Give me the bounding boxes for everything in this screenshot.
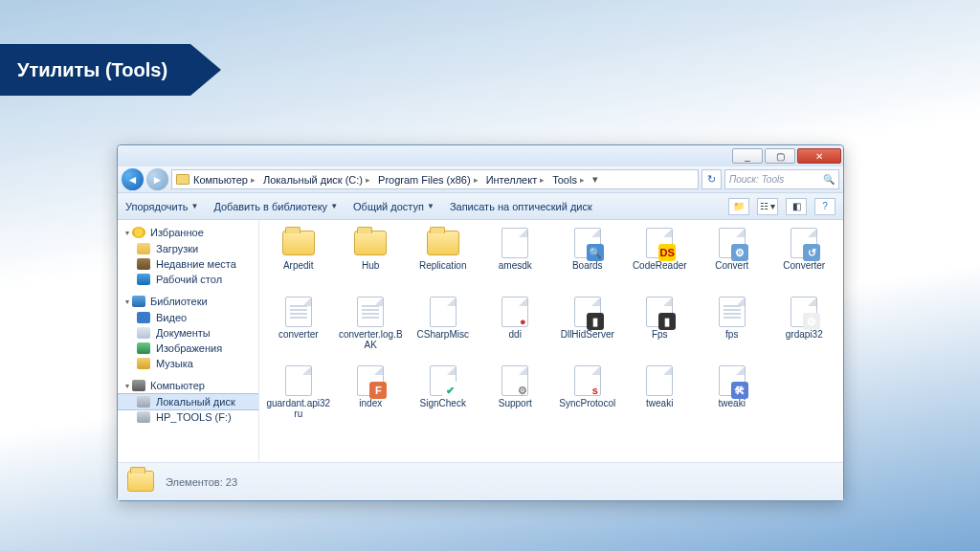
file-icon: ▮ (642, 297, 677, 327)
file-item-label: converter.log.BAK (338, 329, 403, 350)
libraries-icon (132, 296, 145, 307)
close-button[interactable]: ✕ (797, 148, 841, 164)
file-item[interactable]: ▮DllHidServer (552, 295, 623, 360)
explorer-window: _ ▢ ✕ ◄ ► Компьютер▸ Локальный диск (C:)… (117, 144, 844, 501)
folder-icon (176, 174, 189, 185)
toolbar: Упорядочить▼ Добавить в библиотеку▼ Общи… (118, 193, 843, 220)
file-item-label: converter (278, 329, 319, 340)
preview-pane-button[interactable]: ◧ (786, 198, 807, 215)
sidebar-group-favorites[interactable]: Избранное (118, 224, 258, 241)
file-icon: F (353, 365, 388, 396)
file-item-label: DllHidServer (561, 329, 614, 340)
sidebar-item-pictures[interactable]: Изображения (118, 341, 258, 356)
minimize-button[interactable]: _ (732, 148, 763, 164)
file-item[interactable]: ↺Converter (769, 226, 840, 291)
file-item[interactable]: ▮Fps (625, 295, 696, 360)
file-item[interactable]: ⚙grdapi32 (769, 295, 840, 360)
breadcrumb-segment[interactable]: Интеллект▸ (482, 174, 549, 186)
view-options-button[interactable]: ☷ ▾ (757, 198, 778, 215)
file-item-label: Support (499, 398, 532, 408)
slide-title: Утилиты (Tools) (0, 44, 190, 96)
file-item[interactable]: Arpedit (263, 226, 334, 291)
search-input[interactable]: Поиск: Tools 🔍 (724, 169, 839, 189)
window-body: Избранное Загрузки Недавние места Рабочи… (118, 220, 843, 462)
file-item-label: Replication (419, 260, 466, 271)
toolbar-add-library[interactable]: Добавить в библиотеку▼ (213, 201, 338, 212)
file-icon: s (570, 365, 605, 396)
file-icon (281, 297, 316, 327)
file-item[interactable]: Replication (408, 226, 479, 291)
sidebar-group-computer[interactable]: Компьютер (118, 377, 258, 394)
sidebar-item-hp-tools[interactable]: HP_TOOLS (F:) (118, 409, 258, 425)
file-item[interactable]: Hub (336, 226, 407, 291)
banner-arrow (190, 44, 221, 96)
file-item[interactable]: Findex (336, 364, 407, 429)
file-item-label: Fps (652, 329, 668, 340)
file-item[interactable]: tweaki (625, 364, 696, 429)
file-item[interactable]: ⚙Convert (697, 226, 768, 291)
file-item[interactable]: converter.log.BAK (336, 295, 407, 360)
sidebar-item-documents[interactable]: Документы (118, 325, 258, 341)
file-icon: DS (642, 228, 677, 258)
file-icon: ↺ (787, 228, 821, 258)
toolbar-organize[interactable]: Упорядочить▼ (125, 201, 198, 212)
breadcrumb-dropdown[interactable]: ▾ (589, 173, 602, 186)
file-item-label: SignCheck (420, 398, 466, 408)
breadcrumb-segment[interactable]: Program Files (x86)▸ (374, 174, 482, 186)
video-icon (137, 312, 150, 323)
file-icon: ⚙ (787, 297, 821, 327)
help-button[interactable]: ? (814, 198, 835, 215)
file-item[interactable]: ●ddi (480, 295, 551, 360)
file-item-label: Convert (715, 260, 748, 271)
file-icon: 🛠 (715, 365, 749, 396)
file-item-label: ddi (509, 329, 522, 340)
sidebar-item-recent[interactable]: Недавние места (118, 256, 258, 272)
titlebar: _ ▢ ✕ (118, 145, 843, 166)
file-item[interactable]: sSyncProtocol (552, 364, 623, 429)
file-icon (642, 365, 677, 396)
file-item-label: Boards (572, 260, 603, 271)
file-icon (426, 297, 460, 327)
file-item[interactable]: converter (263, 295, 334, 360)
file-item[interactable]: guardant.api32ru (263, 364, 334, 429)
file-item[interactable]: ⚙Support (480, 364, 551, 429)
file-item[interactable]: amesdk (480, 226, 551, 291)
maximize-button[interactable]: ▢ (765, 148, 795, 164)
file-icon: 🔍 (570, 228, 605, 258)
file-item-label: amesdk (499, 260, 532, 271)
file-item[interactable]: 🛠tweaki (697, 364, 768, 429)
toolbar-share[interactable]: Общий доступ▼ (353, 201, 434, 212)
refresh-button[interactable]: ↻ (702, 169, 722, 189)
file-item-label: Arpedit (283, 260, 314, 271)
sidebar-item-music[interactable]: Музыка (118, 356, 258, 371)
disk-icon (137, 396, 150, 408)
file-item[interactable]: DSCodeReader (625, 226, 696, 291)
file-item-label: guardant.api32ru (266, 398, 331, 419)
sidebar-item-local-disk[interactable]: Локальный диск (118, 394, 258, 409)
file-item-label: tweaki (719, 398, 746, 408)
file-icon: ● (498, 297, 532, 327)
breadcrumb-segment[interactable]: Tools▸ (548, 174, 589, 186)
file-item[interactable]: ✔SignCheck (408, 364, 479, 429)
status-text: Элементов: 23 (166, 476, 237, 488)
file-item[interactable]: CSharpMisc (408, 295, 479, 360)
file-list[interactable]: ArpeditHubReplicationamesdk🔍BoardsDSCode… (259, 220, 843, 462)
breadcrumb[interactable]: Компьютер▸ Локальный диск (C:)▸ Program … (171, 169, 699, 189)
file-item[interactable]: 🔍Boards (552, 226, 623, 291)
new-folder-button[interactable]: 📁 (728, 198, 749, 215)
file-icon (353, 297, 388, 327)
toolbar-burn[interactable]: Записать на оптический диск (450, 201, 592, 212)
sidebar-item-desktop[interactable]: Рабочий стол (118, 272, 258, 287)
breadcrumb-segment[interactable]: Компьютер▸ (189, 174, 259, 186)
sidebar-item-downloads[interactable]: Загрузки (118, 241, 258, 256)
sidebar-item-videos[interactable]: Видео (118, 310, 258, 325)
desktop-icon (137, 274, 150, 285)
nav-back-button[interactable]: ◄ (122, 168, 144, 190)
file-item[interactable]: fps (697, 295, 768, 360)
breadcrumb-segment[interactable]: Локальный диск (C:)▸ (259, 174, 374, 186)
sidebar-group-libraries[interactable]: Библиотеки (118, 293, 258, 310)
file-icon (281, 365, 316, 396)
file-item-label: grdapi32 (786, 329, 823, 340)
downloads-icon (137, 243, 150, 254)
nav-forward-button[interactable]: ► (146, 168, 168, 190)
